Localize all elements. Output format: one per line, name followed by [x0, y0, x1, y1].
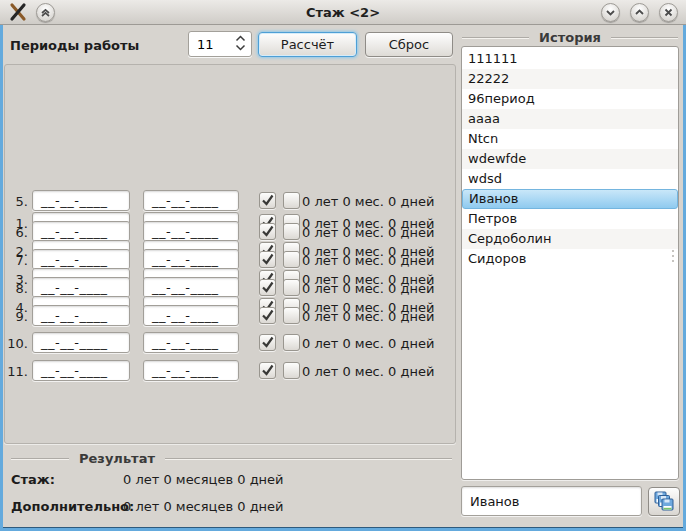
date-mask: __-__-____: [33, 333, 129, 350]
save-button[interactable]: [648, 487, 680, 516]
period-end-date-field[interactable]: __-__-____: [143, 305, 239, 326]
period-start-date-field[interactable]: __-__-____: [32, 190, 130, 211]
close-button[interactable]: [659, 3, 678, 22]
period-extra-checkbox[interactable]: [283, 279, 300, 296]
period-end-date-field[interactable]: __-__-____: [143, 249, 239, 270]
period-include-checkbox[interactable]: [259, 251, 276, 268]
history-list-item[interactable]: aaaa: [462, 109, 678, 129]
history-list-item[interactable]: wdsd: [462, 169, 678, 189]
date-mask: __-__-____: [33, 222, 129, 239]
period-include-checkbox[interactable]: [259, 307, 276, 324]
window-titlebar[interactable]: Стаж <2>: [0, 0, 686, 25]
period-extra-checkbox[interactable]: [283, 362, 300, 379]
period-include-checkbox[interactable]: [259, 362, 276, 379]
period-start-date-field[interactable]: __-__-____: [32, 360, 130, 381]
spin-down-icon[interactable]: [235, 44, 246, 51]
maximize-button[interactable]: [630, 3, 649, 22]
period-row-number: 10.: [5, 336, 28, 351]
period-row-number: 5.: [5, 194, 28, 209]
checkmark-icon: [260, 252, 275, 267]
checkmark-icon: [260, 280, 275, 295]
history-groupbox: История 1111112222296периодaaaaNtcnwdewf…: [458, 25, 683, 528]
period-end-date-field[interactable]: __-__-____: [143, 277, 239, 298]
spin-up-icon[interactable]: [235, 35, 246, 42]
period-row: 10.__-__-______-__-____0 лет 0 мес. 0 дн…: [5, 332, 455, 354]
history-name-input[interactable]: [461, 486, 642, 516]
period-row-result: 0 лет 0 мес. 0 дней: [302, 309, 434, 324]
period-row-number: 9.: [5, 309, 28, 324]
result-title: Результат: [79, 451, 155, 466]
period-extra-checkbox[interactable]: [283, 334, 300, 351]
period-end-date-field[interactable]: __-__-____: [143, 360, 239, 381]
history-list-item[interactable]: wdewfde: [462, 149, 678, 169]
history-list-item[interactable]: Иванов: [462, 189, 678, 209]
history-list[interactable]: 1111112222296периодaaaaNtcnwdewfdewdsdИв…: [461, 46, 679, 480]
result-groupbox: Результат Стаж: 0 лет 0 месяцев 0 дней Д…: [3, 445, 458, 528]
period-row-result: 0 лет 0 мес. 0 дней: [302, 194, 434, 209]
checkmark-icon: [260, 308, 275, 323]
period-include-checkbox[interactable]: [259, 192, 276, 209]
period-row-number: 7.: [5, 253, 28, 268]
period-row: 11.__-__-______-__-____0 лет 0 мес. 0 дн…: [5, 360, 455, 382]
history-list-item[interactable]: 96период: [462, 89, 678, 109]
date-mask: __-__-____: [144, 333, 238, 350]
period-extra-checkbox[interactable]: [283, 192, 300, 209]
history-title: История: [539, 30, 601, 45]
history-list-item[interactable]: Петров: [462, 209, 678, 229]
period-start-date-field[interactable]: __-__-____: [32, 305, 130, 326]
date-mask: __-__-____: [144, 250, 238, 267]
period-include-checkbox[interactable]: [259, 223, 276, 240]
history-list-item[interactable]: Сердоболин: [462, 229, 678, 249]
date-mask: __-__-____: [33, 278, 129, 295]
period-row-result: 0 лет 0 мес. 0 дней: [302, 281, 434, 296]
periods-label: Периоды работы: [10, 38, 139, 53]
scrollbar-grip[interactable]: [672, 250, 674, 262]
period-row: 9.__-__-______-__-____0 лет 0 мес. 0 дне…: [5, 305, 455, 327]
periods-count-spinner[interactable]: [188, 31, 252, 57]
history-list-item[interactable]: 111111: [462, 49, 678, 69]
checkmark-icon: [260, 224, 275, 239]
period-row-result: 0 лет 0 мес. 0 дней: [302, 364, 434, 379]
close-icon: [663, 7, 674, 18]
period-end-date-field[interactable]: __-__-____: [143, 221, 239, 242]
period-start-date-field[interactable]: __-__-____: [32, 221, 130, 242]
divider: [165, 458, 452, 460]
period-include-checkbox[interactable]: [259, 334, 276, 351]
date-mask: __-__-____: [33, 361, 129, 378]
period-extra-checkbox[interactable]: [283, 251, 300, 268]
period-row-result: 0 лет 0 мес. 0 дней: [302, 253, 434, 268]
chevron-up-icon: [634, 7, 645, 18]
period-row-result: 0 лет 0 мес. 0 дней: [302, 225, 434, 240]
period-row-number: 8.: [5, 281, 28, 296]
app-window: Стаж <2> Периоды работы: [0, 0, 686, 531]
reset-button[interactable]: Сброс: [365, 32, 453, 57]
save-all-icon: [654, 491, 675, 512]
date-mask: __-__-____: [33, 306, 129, 323]
divider: [462, 37, 529, 39]
history-list-item[interactable]: Сидоров: [462, 249, 678, 269]
period-start-date-field[interactable]: __-__-____: [32, 277, 130, 298]
date-mask: __-__-____: [144, 306, 238, 323]
period-extra-checkbox[interactable]: [283, 307, 300, 324]
periods-panel: 5.__-__-______-__-____0 лет 0 мес. 0 дне…: [4, 64, 456, 444]
period-include-checkbox[interactable]: [259, 279, 276, 296]
date-mask: __-__-____: [144, 191, 238, 208]
period-row-result: 0 лет 0 мес. 0 дней: [302, 336, 434, 351]
calculate-button[interactable]: Рассчёт: [258, 32, 357, 57]
date-mask: __-__-____: [33, 191, 129, 208]
experience-label: Стаж:: [11, 472, 123, 487]
experience-value: 0 лет 0 месяцев 0 дней: [123, 472, 284, 487]
history-list-item[interactable]: Ntcn: [462, 129, 678, 149]
period-start-date-field[interactable]: __-__-____: [32, 332, 130, 353]
date-mask: __-__-____: [33, 250, 129, 267]
periods-count-input[interactable]: [189, 37, 227, 52]
history-list-item[interactable]: 22222: [462, 69, 678, 89]
period-extra-checkbox[interactable]: [283, 223, 300, 240]
period-start-date-field[interactable]: __-__-____: [32, 249, 130, 270]
period-row: 5.__-__-______-__-____0 лет 0 мес. 0 дне…: [5, 190, 455, 212]
period-end-date-field[interactable]: __-__-____: [143, 332, 239, 353]
minimize-button[interactable]: [601, 3, 620, 22]
period-end-date-field[interactable]: __-__-____: [143, 190, 239, 211]
divider: [11, 458, 69, 460]
window-title: Стаж <2>: [0, 5, 686, 20]
